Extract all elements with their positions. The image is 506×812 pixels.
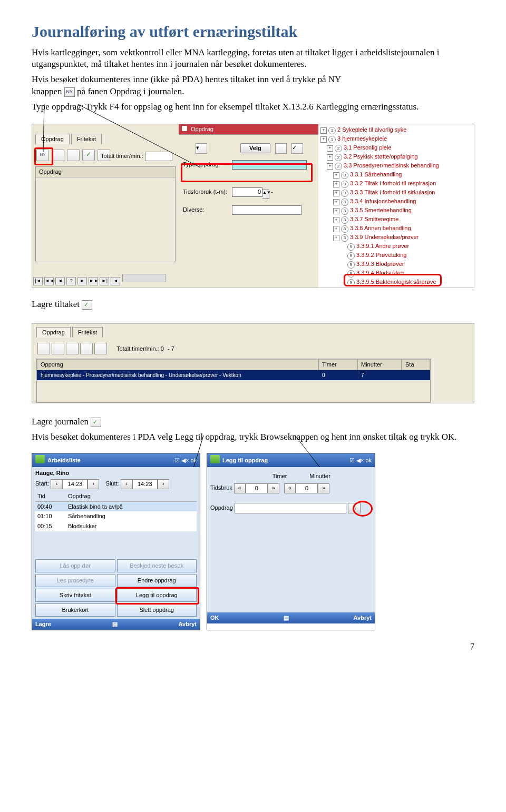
oppdrag-col-header: Oppdrag [36,167,175,177]
pda2-t-dec[interactable]: « [234,483,246,493]
pda2-timer-lbl: Timer [273,473,287,479]
pda1-btn-endre[interactable]: Endre oppdrag [117,574,197,587]
pda2-ok[interactable]: ok [365,457,372,463]
pda-row: Arbeidsliste ☑ ◀× ok Hauge, Rino Start: … [32,453,474,630]
pda1-btn-brukerkort[interactable]: Brukerkort [35,603,115,617]
tree-item[interactable]: +12 Sykepleie til alvorlig syke [320,125,472,134]
pda2-foot-ok[interactable]: OK [210,614,219,622]
pda1-foot-lagre[interactable]: Lagre [35,620,51,628]
tree-item[interactable]: +33.3.7 Smitteregime [320,215,472,224]
tree-item[interactable]: 93.3.9.6 Vektkontroll [320,286,472,288]
diverse-input[interactable] [232,205,301,215]
mid-btn-copy[interactable] [275,143,287,154]
pda2-foot-avbryt[interactable]: Avbryt [354,614,372,622]
pda2-oppdrag-lbl: Oppdrag [210,504,233,511]
totalt2-in2[interactable]: 7 [171,345,177,352]
pda1-foot-avbryt[interactable]: Avbryt [179,620,197,628]
toolbar-btn-3[interactable] [67,150,80,161]
pda1-row-1[interactable]: 01:10Sårbehandling [35,511,197,521]
highlight-browse [353,501,373,517]
pda1-start-inc[interactable]: › [87,479,99,489]
pda1-start-lbl: Start: [35,480,49,487]
tb2-5[interactable] [94,343,107,354]
pda1-slutt-lbl: Slutt: [106,480,119,487]
pda1-btn-beskjed[interactable]: Beskjed neste besøk [117,559,197,572]
pda1-btn-lasopp[interactable]: Lås opp dør [35,559,115,572]
selrow-sta [402,370,430,381]
tree-item[interactable]: +23.2 Psykisk støtte/oppfølging [320,152,472,161]
intro-paragraph: Hvis kartlegginger, som vektkontroll ell… [32,47,474,71]
tree-item[interactable]: +33.3.2 Tiltak i forhold til respirasjon [320,179,472,188]
tree-item[interactable]: +13 hjemmesykepleie [320,134,472,143]
tree-item[interactable]: +23.1 Personlig pleie [320,143,472,152]
tree-item[interactable]: +33.3.5 Smertebehandling [320,206,472,215]
pda2-t-val[interactable]: 0 [246,483,268,493]
pda2-m-inc[interactable]: » [318,483,329,493]
pda1-slutt-val[interactable]: 14:23 [132,479,158,489]
totalt2-in1[interactable]: 0 [161,345,166,352]
paragraph-2: Hvis besøket dokumenteres inne (ikke på … [32,74,474,98]
pda2-t-inc[interactable]: » [268,483,279,493]
toolbar-btn-4[interactable] [82,150,95,161]
tab-oppdrag[interactable]: Oppdrag [35,134,70,144]
pda2-title: Legg til oppdrag [222,457,349,464]
tb2-3[interactable] [66,343,79,354]
left-column: Oppdrag Fritekst Totalt timer/min.: Oppd… [32,124,179,288]
selrow-text: hjemmesykepleie - Prosedyrer/medisinsk b… [37,370,318,381]
nav-first[interactable]: |◄ [33,277,43,285]
pda1-row-2[interactable]: 00:15Blodsukker [35,521,197,531]
tb2-2[interactable] [52,343,64,354]
nav-nextpage[interactable]: ►► [89,277,98,285]
tree-item[interactable]: +33.3.9 Undersøkelse/prøver [320,233,472,242]
page-title: Journalføring av utført ernæringstiltak [32,21,474,43]
tab2-fritekst[interactable]: Fritekst [72,327,103,338]
mid-btn-dropdown[interactable]: ▾ [196,143,207,154]
tb2-ny[interactable] [37,343,50,354]
nav-next[interactable]: ► [77,277,87,285]
pda2-m-val[interactable]: 0 [296,483,318,493]
mid-header-text: Oppdrag [191,126,213,132]
pda1-start-dec[interactable]: ‹ [51,479,62,489]
tree-item[interactable]: +33.3.4 Infusjonsbehandling [320,197,472,206]
tb2-4[interactable] [80,343,93,354]
tidsforbruk-label: Tidsforbruk (t-m): [183,188,230,196]
pda1-row-0[interactable]: 00:40Elastisk bind ta av/på [35,501,197,511]
tree-item[interactable]: 93.3.9.3 Blodprøver [320,260,472,269]
mid-btn-check[interactable]: ✓ [291,143,303,154]
tree-item[interactable]: +23.3 Prosedyrer/medisinsk behandling [320,161,472,170]
tree-item[interactable]: +33.3.1 Sårbehandling [320,170,472,179]
lagre-tiltaket-line: Lagre tiltaket [32,299,474,311]
pda1-slutt-dec[interactable]: ‹ [121,479,132,489]
pda1-start-val[interactable]: 14:23 [62,479,87,489]
pda1-btn-slett[interactable]: Slett oppdrag [117,603,197,617]
screenshot-oppdrag-panel: Oppdrag Fritekst Totalt timer/min.: Oppd… [32,124,474,288]
pda1-btn-lesprosedyre[interactable]: Les prosedyre [35,574,115,587]
nav-scroll-l[interactable]: ◄ [111,277,120,285]
tab2-oppdrag[interactable]: Oppdrag [36,327,71,338]
nav-prev[interactable]: ◄ [55,277,65,285]
nav-scroll-track[interactable] [122,274,166,282]
selected-row[interactable]: hjemmesykepleie - Prosedyrer/medisinsk b… [37,370,430,381]
nav-last[interactable]: ►| [100,277,109,285]
totalt-input[interactable] [145,152,172,161]
tree-item[interactable]: +33.3.8 Annen behandling [320,224,472,233]
nav-q[interactable]: ? [66,277,76,285]
pda1-btn-leggtil[interactable]: Legg til oppdrag [117,589,197,602]
tidsforbruk-input[interactable]: 0 [232,187,262,197]
pda1-ok[interactable]: ok [190,457,197,463]
pda1-btn-fritekst[interactable]: Skriv fritekst [35,589,115,602]
pda2-min-lbl: Minutter [309,473,330,479]
pda1-slutt-inc[interactable]: › [158,479,169,489]
velg-button[interactable]: Velg [240,143,270,153]
nav-prevpage[interactable]: ◄◄ [44,277,54,285]
col-minutter: Minutter [357,359,402,370]
pda1-list: TidOppdrag 00:40Elastisk bind ta av/på 0… [35,491,197,531]
pda2-oppdrag-field[interactable] [235,503,346,513]
tree-item[interactable]: +33.3.3 Tiltak i forhold til sirkulasjon [320,188,472,197]
toolbar-btn-2[interactable] [52,150,64,161]
pda1-name: Hauge, Rino [35,469,197,477]
tree-item[interactable]: 93.3.9.1 Andre prøver [320,242,472,251]
tab-fritekst[interactable]: Fritekst [71,134,102,144]
tree-item[interactable]: 93.3.9.2 Prøvetaking [320,251,472,260]
pda2-m-dec[interactable]: « [284,483,296,493]
